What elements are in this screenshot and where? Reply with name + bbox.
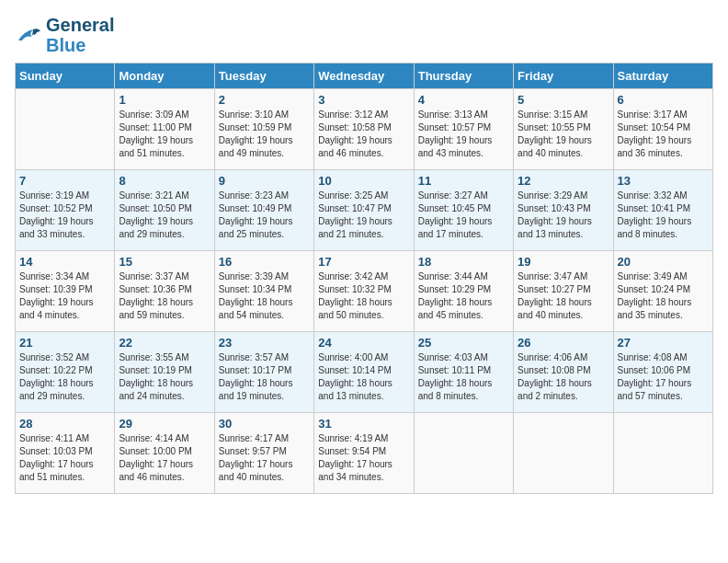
calendar-cell [514,413,613,494]
cell-info: Sunrise: 4:03 AMSunset: 10:11 PMDaylight… [418,351,509,403]
day-number: 6 [618,93,709,107]
calendar-cell: 27Sunrise: 4:08 AMSunset: 10:06 PMDaylig… [613,332,712,413]
col-header-monday: Monday [115,63,214,89]
day-number: 2 [219,93,310,107]
cell-info: Sunrise: 4:08 AMSunset: 10:06 PMDaylight… [618,351,709,403]
day-number: 4 [418,93,509,107]
calendar-cell: 30Sunrise: 4:17 AMSunset: 9:57 PMDayligh… [214,413,313,494]
page-header: General Blue [15,15,713,55]
cell-info: Sunrise: 3:39 AMSunset: 10:34 PMDaylight… [219,270,310,322]
calendar-cell: 13Sunrise: 3:32 AMSunset: 10:41 PMDaylig… [613,170,712,251]
calendar-cell: 3Sunrise: 3:12 AMSunset: 10:58 PMDayligh… [314,89,414,170]
cell-info: Sunrise: 3:42 AMSunset: 10:32 PMDaylight… [318,270,409,322]
cell-info: Sunrise: 3:52 AMSunset: 10:22 PMDaylight… [19,351,110,403]
calendar-cell: 21Sunrise: 3:52 AMSunset: 10:22 PMDaylig… [16,332,115,413]
calendar-cell: 17Sunrise: 3:42 AMSunset: 10:32 PMDaylig… [314,251,414,332]
calendar-cell: 26Sunrise: 4:06 AMSunset: 10:08 PMDaylig… [514,332,613,413]
calendar-cell: 5Sunrise: 3:15 AMSunset: 10:55 PMDayligh… [514,89,613,170]
day-number: 28 [19,417,110,431]
col-header-wednesday: Wednesday [314,63,414,89]
cell-info: Sunrise: 3:29 AMSunset: 10:43 PMDaylight… [518,190,609,241]
day-number: 17 [318,255,409,269]
calendar-cell: 10Sunrise: 3:25 AMSunset: 10:47 PMDaylig… [314,170,414,251]
col-header-friday: Friday [514,63,613,89]
day-number: 23 [219,336,310,350]
cell-info: Sunrise: 4:11 AMSunset: 10:03 PMDaylight… [19,432,110,484]
cell-info: Sunrise: 4:14 AMSunset: 10:00 PMDaylight… [119,432,210,484]
day-number: 24 [318,336,409,350]
week-row-3: 14Sunrise: 3:34 AMSunset: 10:39 PMDaylig… [16,251,713,332]
cell-info: Sunrise: 4:17 AMSunset: 9:57 PMDaylight:… [219,432,310,484]
col-header-sunday: Sunday [16,63,115,89]
cell-info: Sunrise: 3:34 AMSunset: 10:39 PMDaylight… [19,270,110,322]
calendar-cell: 1Sunrise: 3:09 AMSunset: 11:00 PMDayligh… [115,89,214,170]
calendar-cell: 24Sunrise: 4:00 AMSunset: 10:14 PMDaylig… [314,332,414,413]
day-number: 21 [19,336,110,350]
day-number: 18 [418,255,509,269]
logo-text-general: General [46,15,114,35]
day-number: 31 [318,417,409,431]
calendar-cell: 12Sunrise: 3:29 AMSunset: 10:43 PMDaylig… [514,170,613,251]
calendar-cell: 22Sunrise: 3:55 AMSunset: 10:19 PMDaylig… [115,332,214,413]
col-header-thursday: Thursday [414,63,513,89]
week-row-4: 21Sunrise: 3:52 AMSunset: 10:22 PMDaylig… [16,332,713,413]
cell-info: Sunrise: 3:37 AMSunset: 10:36 PMDaylight… [119,270,210,322]
day-number: 11 [418,174,509,188]
cell-info: Sunrise: 3:44 AMSunset: 10:29 PMDaylight… [418,270,509,322]
cell-info: Sunrise: 3:10 AMSunset: 10:59 PMDaylight… [219,109,310,160]
day-number: 8 [119,174,210,188]
calendar-cell: 6Sunrise: 3:17 AMSunset: 10:54 PMDayligh… [613,89,712,170]
cell-info: Sunrise: 3:19 AMSunset: 10:52 PMDaylight… [19,190,110,241]
day-number: 26 [518,336,609,350]
cell-info: Sunrise: 3:12 AMSunset: 10:58 PMDaylight… [318,109,409,160]
calendar-cell: 8Sunrise: 3:21 AMSunset: 10:50 PMDayligh… [115,170,214,251]
calendar-cell: 25Sunrise: 4:03 AMSunset: 10:11 PMDaylig… [414,332,513,413]
cell-info: Sunrise: 3:32 AMSunset: 10:41 PMDaylight… [618,190,709,241]
cell-info: Sunrise: 3:13 AMSunset: 10:57 PMDaylight… [418,109,509,160]
calendar-cell: 7Sunrise: 3:19 AMSunset: 10:52 PMDayligh… [16,170,115,251]
calendar-cell: 19Sunrise: 3:47 AMSunset: 10:27 PMDaylig… [514,251,613,332]
day-number: 5 [518,93,609,107]
logo: General Blue [15,15,114,55]
week-row-2: 7Sunrise: 3:19 AMSunset: 10:52 PMDayligh… [16,170,713,251]
calendar-cell: 18Sunrise: 3:44 AMSunset: 10:29 PMDaylig… [414,251,513,332]
calendar-cell: 9Sunrise: 3:23 AMSunset: 10:49 PMDayligh… [214,170,313,251]
cell-info: Sunrise: 3:47 AMSunset: 10:27 PMDaylight… [518,270,609,322]
day-number: 27 [618,336,709,350]
day-number: 10 [318,174,409,188]
logo-text-blue: Blue [46,35,114,55]
cell-info: Sunrise: 3:27 AMSunset: 10:45 PMDaylight… [418,190,509,241]
cell-info: Sunrise: 4:00 AMSunset: 10:14 PMDaylight… [318,351,409,403]
col-header-saturday: Saturday [613,63,712,89]
calendar-cell [613,413,712,494]
day-number: 14 [19,255,110,269]
cell-info: Sunrise: 3:55 AMSunset: 10:19 PMDaylight… [119,351,210,403]
calendar-table: SundayMondayTuesdayWednesdayThursdayFrid… [15,63,713,494]
day-number: 13 [618,174,709,188]
cell-info: Sunrise: 3:23 AMSunset: 10:49 PMDaylight… [219,190,310,241]
cell-info: Sunrise: 4:19 AMSunset: 9:54 PMDaylight:… [318,432,409,484]
cell-info: Sunrise: 3:17 AMSunset: 10:54 PMDaylight… [618,109,709,160]
col-header-tuesday: Tuesday [214,63,313,89]
day-number: 29 [119,417,210,431]
calendar-cell: 29Sunrise: 4:14 AMSunset: 10:00 PMDaylig… [115,413,214,494]
day-number: 19 [518,255,609,269]
week-row-1: 1Sunrise: 3:09 AMSunset: 11:00 PMDayligh… [16,89,713,170]
day-number: 15 [119,255,210,269]
day-number: 7 [19,174,110,188]
calendar-cell: 28Sunrise: 4:11 AMSunset: 10:03 PMDaylig… [16,413,115,494]
cell-info: Sunrise: 3:57 AMSunset: 10:17 PMDaylight… [219,351,310,403]
cell-info: Sunrise: 3:15 AMSunset: 10:55 PMDaylight… [518,109,609,160]
day-number: 22 [119,336,210,350]
calendar-cell: 20Sunrise: 3:49 AMSunset: 10:24 PMDaylig… [613,251,712,332]
calendar-cell: 31Sunrise: 4:19 AMSunset: 9:54 PMDayligh… [314,413,414,494]
calendar-cell: 15Sunrise: 3:37 AMSunset: 10:36 PMDaylig… [115,251,214,332]
calendar-cell [414,413,513,494]
day-number: 1 [119,93,210,107]
calendar-cell: 4Sunrise: 3:13 AMSunset: 10:57 PMDayligh… [414,89,513,170]
calendar-cell: 23Sunrise: 3:57 AMSunset: 10:17 PMDaylig… [214,332,313,413]
day-number: 25 [418,336,509,350]
cell-info: Sunrise: 3:25 AMSunset: 10:47 PMDaylight… [318,190,409,241]
day-number: 20 [618,255,709,269]
cell-info: Sunrise: 3:49 AMSunset: 10:24 PMDaylight… [618,270,709,322]
